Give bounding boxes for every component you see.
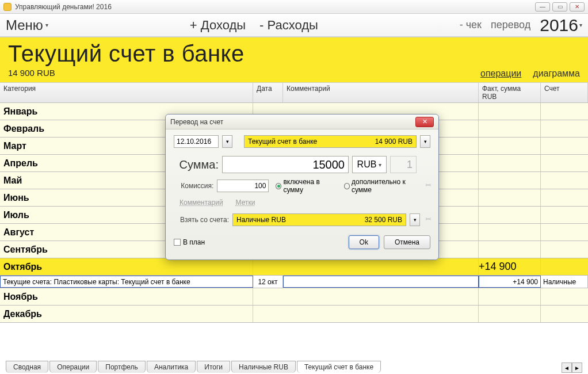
tab-scroll-right[interactable]: ► bbox=[572, 362, 582, 373]
month-row-nov[interactable]: Ноябрь bbox=[0, 288, 588, 306]
operation-row[interactable]: Текущие счета: Пластиковые карты: Текущи… bbox=[0, 276, 588, 288]
year-selector[interactable]: 2016▾ bbox=[540, 16, 582, 35]
transfer-button[interactable]: перевод bbox=[491, 19, 530, 31]
bottom-tabs: Сводная Операции Портфель Аналитика Итог… bbox=[6, 358, 582, 373]
tab-operations[interactable]: операции bbox=[480, 68, 521, 79]
bracket-icon: ⎶ bbox=[426, 215, 430, 224]
account-title: Текущий счет в банке bbox=[8, 41, 580, 67]
check-button[interactable]: - чек bbox=[460, 19, 482, 31]
col-comment: Комментарий bbox=[283, 83, 479, 102]
grid-header: Категория Дата Комментарий Факт, сумма R… bbox=[0, 83, 588, 103]
sum-label: Сумма: bbox=[174, 158, 219, 171]
fee-input[interactable] bbox=[217, 180, 269, 192]
chevron-down-icon: ▾ bbox=[45, 22, 48, 28]
op-sum: +14 900 bbox=[479, 276, 541, 288]
dialog-close-button[interactable]: ✕ bbox=[415, 117, 434, 127]
date-input[interactable] bbox=[174, 135, 219, 148]
fee-label: Комиссия: bbox=[174, 182, 213, 190]
currency-select[interactable]: RUB▾ bbox=[352, 156, 387, 173]
maximize-button[interactable]: ▭ bbox=[552, 2, 567, 12]
btab-operations[interactable]: Операции bbox=[49, 361, 97, 373]
fee-included-radio[interactable]: включена в сумму bbox=[276, 178, 335, 194]
chevron-down-icon: ▾ bbox=[579, 22, 582, 28]
btab-current-account[interactable]: Текущий счет в банке bbox=[297, 361, 381, 373]
add-expense-button[interactable]: - Расходы bbox=[259, 18, 318, 33]
dialog-titlebar[interactable]: Перевод на счет ✕ bbox=[166, 115, 438, 129]
month-row-dec[interactable]: Декабрь bbox=[0, 306, 588, 323]
tags-link[interactable]: Метки bbox=[236, 199, 255, 207]
btab-totals[interactable]: Итоги bbox=[197, 361, 230, 373]
sum-input[interactable] bbox=[222, 156, 349, 173]
comment-link[interactable]: Комментарий bbox=[180, 199, 223, 207]
plan-checkbox[interactable]: В план bbox=[174, 238, 205, 246]
col-date: Дата bbox=[253, 83, 283, 102]
month-row-oct[interactable]: Октябрь+14 900 bbox=[0, 258, 588, 276]
bracket-icon: ⎶ bbox=[426, 181, 430, 190]
op-comment[interactable] bbox=[283, 276, 479, 288]
op-account: Наличные bbox=[541, 276, 588, 288]
col-category: Категория bbox=[0, 83, 253, 102]
app-icon bbox=[3, 3, 12, 11]
window-title: Управляющий деньгами! 2016 bbox=[15, 3, 112, 11]
col-account: Счет bbox=[541, 83, 588, 102]
to-account-field[interactable]: Текущий счет в банке 14 900 RUB bbox=[244, 135, 417, 148]
rate-box: 1 bbox=[390, 156, 417, 173]
fee-extra-radio[interactable]: дополнительно к сумме bbox=[344, 178, 419, 194]
to-account-dropdown[interactable]: ▾ bbox=[420, 135, 430, 148]
from-label: Взять со счета: bbox=[174, 216, 229, 224]
tab-chart[interactable]: диаграмма bbox=[533, 68, 580, 79]
from-account-dropdown[interactable]: ▾ bbox=[410, 213, 420, 226]
from-account-field[interactable]: Наличные RUB 32 500 RUB bbox=[232, 213, 406, 226]
ok-button[interactable]: Ok bbox=[349, 235, 379, 249]
close-button[interactable]: ✕ bbox=[570, 2, 585, 12]
minimize-button[interactable]: — bbox=[535, 2, 550, 12]
op-category[interactable]: Текущие счета: Пластиковые карты: Текущи… bbox=[0, 276, 253, 288]
op-date: 12 окт bbox=[253, 276, 283, 288]
btab-cash[interactable]: Наличные RUB bbox=[231, 361, 296, 373]
account-header: Текущий счет в банке 14 900 RUB операции… bbox=[0, 37, 588, 83]
add-income-button[interactable]: + Доходы bbox=[190, 18, 246, 33]
btab-portfolio[interactable]: Портфель bbox=[98, 361, 146, 373]
btab-analytics[interactable]: Аналитика bbox=[147, 361, 196, 373]
btab-summary[interactable]: Сводная bbox=[6, 361, 48, 373]
main-toolbar: Меню▾ + Доходы - Расходы - чек перевод 2… bbox=[0, 14, 588, 37]
window-titlebar: Управляющий деньгами! 2016 — ▭ ✕ bbox=[0, 0, 588, 14]
transfer-dialog: Перевод на счет ✕ ▾ Текущий счет в банке… bbox=[165, 114, 439, 260]
col-sum: Факт, сумма RUB bbox=[479, 83, 541, 102]
menu-button[interactable]: Меню▾ bbox=[6, 17, 48, 33]
dialog-title: Перевод на счет bbox=[170, 118, 223, 126]
cancel-button[interactable]: Отмена bbox=[384, 235, 430, 249]
date-dropdown[interactable]: ▾ bbox=[222, 135, 232, 148]
tab-scroll-left[interactable]: ◄ bbox=[562, 362, 572, 373]
